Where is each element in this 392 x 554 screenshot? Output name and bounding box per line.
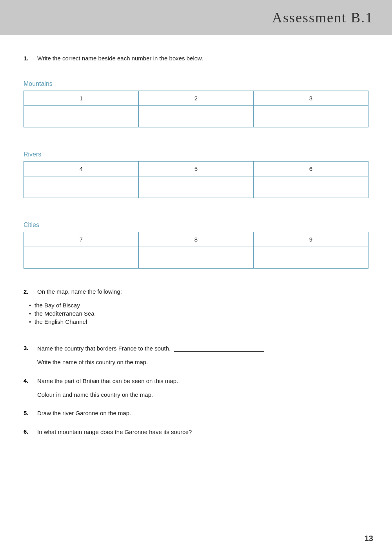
question-4-sub-text: Colour in and name this country on the m…: [37, 391, 368, 398]
question-2-bullets: the Bay of Biscay the Mediterranean Sea …: [34, 302, 368, 325]
question-1-number: 1.: [24, 55, 35, 62]
question-6-text: In what mountain range does the Garonne …: [37, 428, 286, 435]
question-2-text: On the map, name the following:: [37, 288, 122, 295]
mountains-col-2: 2: [139, 91, 254, 106]
cities-table: 7 8 9: [24, 232, 368, 269]
question-4-number: 4.: [24, 377, 35, 384]
main-content: 1. Write the correct name beside each nu…: [0, 35, 392, 463]
mountains-answer-2[interactable]: [139, 106, 254, 127]
rivers-answer-row: [24, 176, 368, 198]
bullet-item-3: the English Channel: [34, 318, 368, 325]
cities-answer-row: [24, 247, 368, 269]
mountains-header-row: 1 2 3: [24, 91, 368, 106]
question-1-block: 1. Write the correct name beside each nu…: [24, 55, 368, 269]
question-6-answer-line[interactable]: [196, 428, 286, 435]
cities-answer-2[interactable]: [139, 247, 254, 269]
question-2-line: 2. On the map, name the following:: [24, 288, 368, 295]
question-3-block: 3. Name the country that borders France …: [24, 345, 368, 365]
question-4-text: Name the part of Britain that can be see…: [37, 377, 266, 384]
question-3-answer-line[interactable]: [174, 345, 264, 352]
mountains-table: 1 2 3: [24, 91, 368, 127]
cities-answer-3[interactable]: [254, 247, 368, 269]
bullet-item-1: the Bay of Biscay: [34, 302, 368, 309]
cities-answer-1[interactable]: [24, 247, 139, 269]
question-6-number: 6.: [24, 428, 35, 435]
mountains-label: Mountains: [24, 80, 368, 87]
mountains-answer-1[interactable]: [24, 106, 139, 127]
page-number: 13: [365, 534, 373, 543]
cities-col-2: 8: [139, 232, 254, 247]
page-title: Assessment B.1: [272, 9, 373, 26]
rivers-table: 4 5 6: [24, 161, 368, 198]
question-3-sub-text: Write the name of this country on the ma…: [37, 359, 368, 365]
question-4-line: 4. Name the part of Britain that can be …: [24, 377, 368, 384]
question-5-number: 5.: [24, 410, 35, 416]
rivers-label: Rivers: [24, 151, 368, 158]
cities-header-row: 7 8 9: [24, 232, 368, 247]
mountains-col-3: 3: [254, 91, 368, 106]
rivers-header-row: 4 5 6: [24, 162, 368, 176]
cities-col-3: 9: [254, 232, 368, 247]
rivers-col-3: 6: [254, 162, 368, 176]
mountains-answer-3[interactable]: [254, 106, 368, 127]
question-4-block: 4. Name the part of Britain that can be …: [24, 377, 368, 398]
cities-label: Cities: [24, 222, 368, 229]
question-5-line: 5. Draw the river Garonne on the map.: [24, 410, 368, 416]
cities-col-1: 7: [24, 232, 139, 247]
rivers-answer-3[interactable]: [254, 176, 368, 198]
bullet-item-2: the Mediterranean Sea: [34, 310, 368, 317]
rivers-answer-1[interactable]: [24, 176, 139, 198]
question-1-line: 1. Write the correct name beside each nu…: [24, 55, 368, 62]
rivers-col-2: 5: [139, 162, 254, 176]
question-3-text: Name the country that borders France to …: [37, 345, 264, 352]
question-3-line: 3. Name the country that borders France …: [24, 345, 368, 352]
question-2-number: 2.: [24, 288, 35, 295]
rivers-answer-2[interactable]: [139, 176, 254, 198]
question-6-block: 6. In what mountain range does the Garon…: [24, 428, 368, 435]
question-6-line: 6. In what mountain range does the Garon…: [24, 428, 368, 435]
question-5-text: Draw the river Garonne on the map.: [37, 410, 131, 416]
rivers-col-1: 4: [24, 162, 139, 176]
question-2-block: 2. On the map, name the following: the B…: [24, 288, 368, 325]
page: Assessment B.1 1. Write the correct name…: [0, 0, 392, 554]
mountains-col-1: 1: [24, 91, 139, 106]
header-bar: Assessment B.1: [0, 0, 392, 35]
mountains-answer-row: [24, 106, 368, 127]
question-3-number: 3.: [24, 345, 35, 351]
question-5-block: 5. Draw the river Garonne on the map.: [24, 410, 368, 416]
question-4-answer-line[interactable]: [182, 377, 266, 384]
question-1-text: Write the correct name beside each numbe…: [37, 55, 203, 62]
